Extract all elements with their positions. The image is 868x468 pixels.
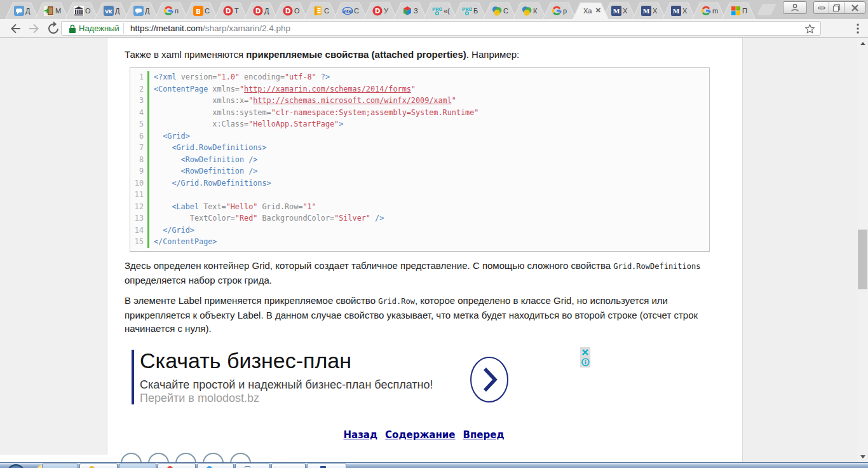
taskbar-button[interactable] xyxy=(42,464,78,468)
mailm-favicon: M xyxy=(641,6,651,16)
ad-banner[interactable]: Скачать бизнес-план Скачайте простой и н… xyxy=(132,348,594,406)
tab[interactable]: М xyxy=(35,3,69,19)
google-favicon xyxy=(552,6,562,16)
ad-arrow-button[interactable] xyxy=(469,355,510,406)
social-share-button[interactable] xyxy=(230,453,251,462)
close-button[interactable] xyxy=(844,2,865,13)
redd-favicon: D xyxy=(253,6,263,16)
line-number: 15 xyxy=(130,236,147,248)
taskbar-button[interactable] xyxy=(79,464,118,468)
tab[interactable]: З xyxy=(393,3,427,19)
svg-text:B: B xyxy=(196,8,201,15)
social-share-button[interactable] xyxy=(175,453,196,462)
line-number: 3 xyxy=(130,95,147,107)
tab[interactable]: П xyxy=(722,3,756,19)
code-link[interactable]: http://schemas.microsoft.com/winfx/2009/… xyxy=(253,96,452,105)
tab-title: С xyxy=(205,7,215,15)
taskbar-button[interactable] xyxy=(235,464,270,468)
tab[interactable]: DД xyxy=(244,3,278,19)
taskbar-button[interactable] xyxy=(119,464,156,468)
tab-active[interactable]: Xa✕ xyxy=(573,3,609,19)
nav-back-link[interactable]: Назад xyxy=(343,429,377,441)
svg-text:PRO: PRO xyxy=(432,7,442,12)
profile-button[interactable] xyxy=(783,1,807,14)
ad-arrow-icon xyxy=(469,355,510,404)
restore-button[interactable] xyxy=(829,2,844,13)
tab[interactable]: m xyxy=(692,3,726,19)
tab[interactable]: Д xyxy=(5,3,39,19)
bookmark-star-icon[interactable] xyxy=(804,24,815,34)
nav-forward-link[interactable]: Вперед xyxy=(463,429,505,441)
code-line: 4 xmlns:system="clr-namespace:System;ass… xyxy=(130,107,709,119)
tab[interactable]: DТ xyxy=(214,3,248,19)
line-number: 8 xyxy=(130,154,147,166)
scroll-down-icon xyxy=(860,455,865,458)
tab[interactable]: MX xyxy=(662,3,696,19)
code-line: 1<?xml version="1.0" encoding="utf-8" ?> xyxy=(130,71,709,83)
taskbar-button[interactable] xyxy=(197,464,234,468)
tab[interactable]: О xyxy=(65,3,98,19)
social-share-button[interactable] xyxy=(148,453,169,462)
person-icon xyxy=(790,3,799,12)
tab[interactable]: С xyxy=(304,3,337,19)
code-line: 8 <RowDefinition /> xyxy=(130,154,709,166)
browser-menu-button[interactable] xyxy=(857,24,859,36)
cube-favicon xyxy=(402,6,412,16)
start-button[interactable] xyxy=(7,464,25,468)
scroll-thumb[interactable] xyxy=(858,230,867,289)
line-number: 1 xyxy=(130,71,147,83)
tab[interactable]: С xyxy=(483,3,517,19)
taskbar-button[interactable] xyxy=(307,464,346,468)
door-favicon xyxy=(44,6,54,16)
tab[interactable]: p xyxy=(543,3,576,19)
scroll-down-button[interactable] xyxy=(857,451,868,462)
tab[interactable]: MX xyxy=(632,3,666,19)
code-link[interactable]: http://xamarin.com/schemas/2014/forms xyxy=(244,85,411,93)
tab-close-icon[interactable]: ✕ xyxy=(595,7,601,14)
taskbar-button[interactable] xyxy=(158,464,196,468)
minimize-button[interactable] xyxy=(814,2,829,13)
tab-title: С xyxy=(354,7,364,15)
scrollbar[interactable] xyxy=(857,38,868,462)
tab[interactable]: DО xyxy=(274,3,308,19)
ad-info-button[interactable] xyxy=(580,357,590,368)
tab[interactable]: К xyxy=(513,3,546,19)
tab[interactable]: Д xyxy=(125,3,158,19)
tab[interactable]: BС xyxy=(184,3,218,19)
code-line: 14 </Grid> xyxy=(130,224,709,237)
code-line: 11 xyxy=(130,189,709,201)
address-bar[interactable]: Надежный https://metanit.com/sharp/xamar… xyxy=(61,21,821,36)
tab-title: М xyxy=(55,7,65,15)
tab[interactable]: DУ xyxy=(363,3,397,19)
article-content: Также в xaml применяются прикрепляемые с… xyxy=(107,38,742,441)
line-number: 12 xyxy=(130,201,147,213)
social-share-button[interactable] xyxy=(121,453,142,462)
tab[interactable]: PROБ xyxy=(453,3,487,19)
tab[interactable]: PRO«( xyxy=(423,3,457,19)
chat-favicon xyxy=(14,6,24,16)
security-label: Надежный xyxy=(79,24,119,33)
ad-title[interactable]: Скачать бизнес-план xyxy=(140,348,351,373)
tab[interactable]: intelС xyxy=(334,3,367,19)
ad-close-icon xyxy=(581,348,589,356)
google-favicon xyxy=(163,6,173,16)
scroll-up-button[interactable] xyxy=(857,38,868,49)
taskbar-button[interactable] xyxy=(271,464,306,468)
intel-favicon: intel xyxy=(342,6,353,16)
divider xyxy=(123,23,124,34)
ad-link[interactable]: Перейти в molodost.bz xyxy=(140,392,259,405)
line-number: 10 xyxy=(130,177,147,189)
new-tab-button[interactable] xyxy=(757,4,776,15)
back-button[interactable] xyxy=(8,21,23,36)
nav-contents-link[interactable]: Содержание xyxy=(385,429,455,441)
tab-title: О xyxy=(85,7,95,15)
tab[interactable]: п xyxy=(154,3,188,19)
ad-close-button[interactable] xyxy=(580,347,590,357)
tab-title: П xyxy=(742,7,752,15)
line-number: 9 xyxy=(130,165,147,177)
tab[interactable]: VKД xyxy=(95,3,128,19)
svg-text:M: M xyxy=(672,8,679,15)
social-share-button[interactable] xyxy=(203,453,224,462)
reload-button[interactable] xyxy=(46,21,61,36)
forward-button[interactable] xyxy=(27,21,42,36)
